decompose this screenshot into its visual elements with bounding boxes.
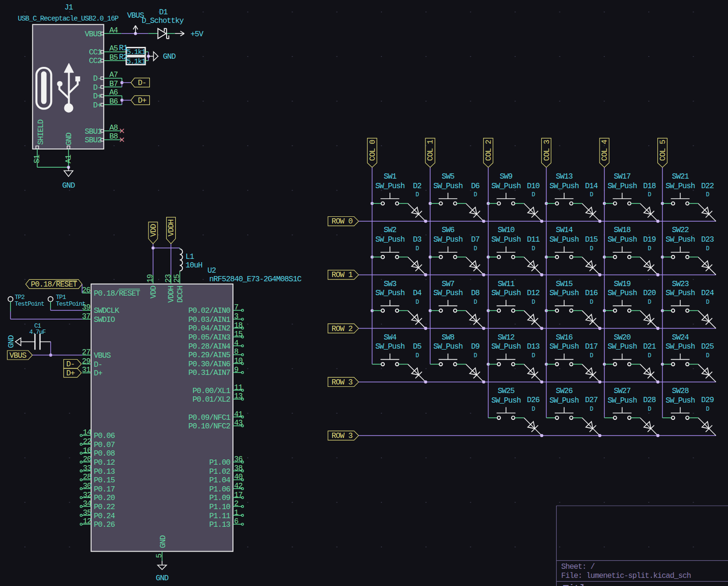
svg-text:P0.18/RESET: P0.18/RESET: [31, 280, 78, 289]
svg-text:SW11: SW11: [497, 280, 514, 288]
svg-text:D25: D25: [701, 342, 714, 351]
svg-text:36: 36: [234, 455, 243, 464]
svg-text:P1.06: P1.06: [209, 485, 230, 494]
svg-text:D: D: [648, 352, 651, 359]
svg-text:38: 38: [234, 464, 243, 473]
svg-text:SW_Push: SW_Push: [549, 182, 579, 191]
svg-text:GND: GND: [62, 181, 75, 190]
svg-text:SWDIO: SWDIO: [94, 316, 115, 324]
svg-text:J1: J1: [64, 3, 73, 12]
svg-text:SW9: SW9: [500, 172, 513, 181]
svg-text:D: D: [532, 192, 535, 198]
svg-text:Sheet: /: Sheet: /: [561, 563, 595, 571]
svg-text:SW2: SW2: [384, 226, 397, 234]
svg-text:D9: D9: [471, 342, 480, 351]
svg-text:SW19: SW19: [614, 280, 631, 288]
svg-text:13: 13: [234, 392, 243, 401]
svg-text:SW25: SW25: [497, 387, 514, 395]
svg-text:34: 34: [83, 500, 91, 508]
svg-text:10: 10: [234, 357, 243, 365]
svg-text:5.1k1: 5.1k1: [127, 58, 146, 65]
svg-text:SW27: SW27: [614, 387, 631, 395]
svg-text:GND: GND: [156, 574, 169, 583]
svg-text:SW_Push: SW_Push: [375, 182, 405, 191]
svg-text:3: 3: [234, 312, 238, 321]
svg-text:SW13: SW13: [556, 172, 572, 181]
svg-text:nRF52840_E73-2G4M08S1C: nRF52840_E73-2G4M08S1C: [209, 275, 302, 284]
svg-text:GND: GND: [159, 535, 168, 548]
svg-text:SW_Push: SW_Push: [549, 342, 579, 351]
svg-text:D5: D5: [413, 342, 422, 351]
svg-text:14: 14: [83, 428, 91, 437]
svg-text:D19: D19: [643, 235, 656, 244]
svg-text:P0.26: P0.26: [94, 521, 115, 529]
svg-text:Title:: Title:: [563, 583, 596, 586]
svg-text:P0.18/RESET: P0.18/RESET: [94, 289, 141, 298]
svg-text:SW21: SW21: [672, 172, 688, 181]
svg-text:12: 12: [83, 517, 91, 526]
svg-text:SW4: SW4: [384, 333, 397, 342]
svg-text:P1.13: P1.13: [209, 521, 230, 529]
svg-text:D-: D-: [94, 361, 103, 369]
svg-text:D23: D23: [701, 235, 714, 244]
svg-text:D20: D20: [643, 289, 656, 298]
svg-text:D: D: [648, 406, 651, 413]
svg-text:VBUS: VBUS: [10, 352, 26, 360]
svg-text:D24: D24: [701, 289, 714, 298]
svg-text:40: 40: [234, 473, 243, 481]
svg-text:D: D: [416, 352, 419, 359]
svg-text:SW_Push: SW_Push: [665, 289, 695, 298]
svg-text:P0.22: P0.22: [94, 503, 115, 511]
svg-text:23: 23: [164, 274, 173, 283]
svg-text:D18: D18: [643, 182, 656, 191]
svg-text:D: D: [590, 245, 593, 252]
svg-text:D: D: [532, 352, 535, 359]
svg-text:30: 30: [83, 482, 91, 490]
svg-text:5: 5: [155, 554, 164, 558]
svg-text:SW_Push: SW_Push: [608, 289, 637, 298]
svg-text:SW14: SW14: [556, 226, 572, 234]
svg-text:SW_Push: SW_Push: [549, 289, 579, 298]
svg-text:27: 27: [82, 348, 90, 357]
svg-text:D: D: [590, 299, 593, 306]
svg-text:SW_Push: SW_Push: [665, 182, 695, 191]
svg-text:SBU1: SBU1: [84, 128, 101, 136]
svg-text:2: 2: [234, 500, 238, 508]
svg-text:D17: D17: [585, 342, 598, 351]
svg-text:USB_C_Receptacle_USB2.0_16P: USB_C_Receptacle_USB2.0_16P: [18, 15, 118, 22]
svg-text:SW1: SW1: [384, 172, 397, 181]
svg-text:D29: D29: [701, 396, 714, 405]
svg-text:P0.08: P0.08: [94, 449, 115, 458]
svg-text:D7: D7: [471, 235, 480, 244]
svg-text:SW15: SW15: [556, 280, 572, 288]
svg-text:VDDH: VDDH: [167, 286, 176, 303]
svg-text:P0.10/NFC2: P0.10/NFC2: [188, 422, 230, 431]
svg-text:P0.20: P0.20: [94, 494, 115, 502]
svg-text:COL 3: COL 3: [543, 140, 551, 161]
svg-text:6: 6: [234, 517, 238, 526]
svg-text:ROW 1: ROW 1: [332, 271, 353, 279]
svg-text:D: D: [590, 352, 593, 359]
svg-text:SW_Push: SW_Push: [608, 182, 637, 191]
svg-text:SW_Push: SW_Push: [433, 342, 463, 351]
svg-text:VDD: VDD: [149, 286, 158, 299]
svg-text:P1.11: P1.11: [209, 512, 230, 521]
svg-text:GND: GND: [163, 53, 176, 61]
svg-text:41: 41: [234, 410, 243, 419]
svg-text:R2: R2: [119, 53, 127, 62]
svg-text:D14: D14: [585, 182, 598, 191]
svg-text:SW20: SW20: [614, 333, 631, 342]
svg-text:DCCH: DCCH: [176, 286, 185, 303]
svg-text:43: 43: [234, 419, 243, 427]
svg-text:P0.02/AIN0: P0.02/AIN0: [188, 307, 230, 315]
svg-text:SW_Push: SW_Push: [665, 235, 695, 244]
svg-text:42: 42: [234, 482, 243, 490]
svg-text:18: 18: [234, 321, 243, 330]
svg-text:D16: D16: [585, 289, 598, 298]
svg-text:D: D: [474, 245, 477, 252]
svg-text:D28: D28: [643, 396, 656, 405]
svg-text:U2: U2: [208, 266, 216, 275]
svg-text:ROW 3: ROW 3: [332, 432, 353, 440]
svg-text:D: D: [474, 192, 477, 198]
svg-text:COL 4: COL 4: [601, 140, 609, 161]
